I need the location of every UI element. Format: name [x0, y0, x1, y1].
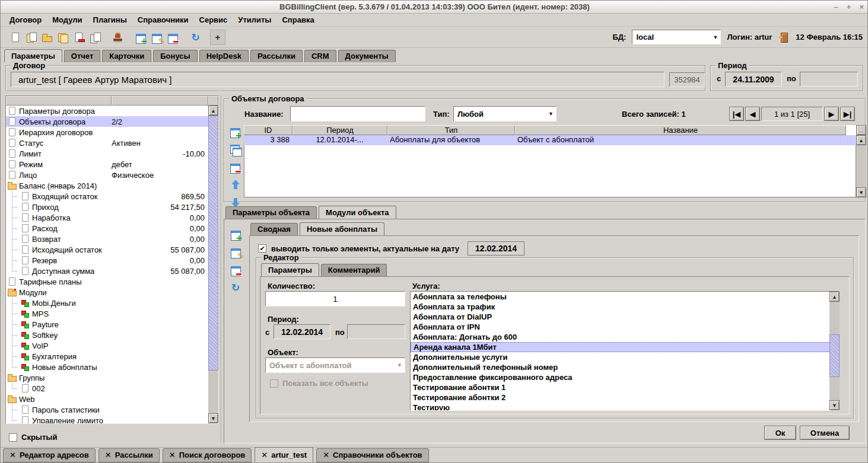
service-item[interactable]: Абонплата от IPN: [411, 322, 839, 332]
tree-item[interactable]: Тарифные планы: [6, 276, 208, 287]
tree-scrollbar[interactable]: ▲ ▼: [208, 106, 218, 423]
tree-item[interactable]: MPS: [6, 308, 208, 319]
tree-item[interactable]: Возврат0,00: [6, 234, 208, 244]
tree-scrollbar-thumb[interactable]: [208, 116, 218, 371]
tree-item[interactable]: Исходящий остаток55 087,00: [6, 244, 208, 255]
object-type-select[interactable]: Любой ▼: [453, 106, 557, 122]
column-header-ID[interactable]: ID: [244, 125, 292, 135]
service-item[interactable]: Тестирую: [411, 403, 839, 411]
new-document-icon-button[interactable]: [7, 29, 23, 45]
tree-header-cell[interactable]: [112, 96, 208, 106]
task-Справочники объектов[interactable]: ✕Справочники объектов: [316, 448, 428, 462]
copy-document-icon-button[interactable]: [23, 29, 39, 45]
tree-item[interactable]: Режимдебет: [6, 159, 208, 170]
service-scrollbar-thumb[interactable]: [829, 334, 840, 377]
tree-item[interactable]: Объекты договора2/2: [6, 116, 208, 127]
tree-item[interactable]: Параметры договора: [6, 106, 208, 116]
pager-prev-button[interactable]: ◀: [745, 107, 760, 121]
tab-Рассылки[interactable]: Рассылки: [250, 50, 303, 62]
refresh-icon-button[interactable]: [229, 281, 243, 294]
editor-from-field[interactable]: 12.02.2014: [274, 324, 330, 339]
tree-item[interactable]: Группы: [6, 372, 208, 383]
service-item[interactable]: Дополнительные услуги: [411, 352, 839, 362]
tree-item[interactable]: ЛицоФизическое: [6, 170, 208, 180]
tree-item[interactable]: Payture: [6, 319, 208, 330]
tree-item[interactable]: VoIP: [6, 340, 208, 351]
actual-date-field[interactable]: 12.02.2014: [468, 241, 524, 256]
service-item[interactable]: Абонплата за трафик: [411, 302, 839, 312]
tab-Параметры[interactable]: Параметры: [4, 49, 62, 62]
hidden-checkbox[interactable]: ✔: [9, 433, 17, 442]
tab-Отчет[interactable]: Отчет: [64, 50, 100, 62]
tree-item[interactable]: Баланс (январь 2014): [6, 180, 208, 191]
service-item[interactable]: Тестирование абонтки 2: [411, 392, 839, 403]
db-select[interactable]: local ▼: [632, 30, 721, 44]
contract-title-field[interactable]: artur_test [ Гареев Артур Маратович ]: [11, 72, 664, 87]
task-Поиск договоров[interactable]: ✕Поиск договоров: [163, 448, 252, 462]
tree-item[interactable]: Пароль статистики: [6, 404, 208, 415]
stamp-icon-button[interactable]: [110, 29, 126, 45]
menu-item[interactable]: Утилиты: [233, 14, 276, 25]
arrow-up-icon-button[interactable]: [228, 178, 243, 191]
refresh-icon-button[interactable]: [188, 29, 204, 45]
tree-item[interactable]: 002: [6, 383, 208, 394]
tree-item[interactable]: Резерв0,00: [6, 255, 208, 266]
table-row[interactable]: 3 38812.01.2014-...Абонплаты для объекто…: [244, 135, 856, 145]
tree-header-cell[interactable]: [6, 96, 112, 106]
task-Рассылки[interactable]: ✕Рассылки: [98, 448, 160, 462]
column-header-Период[interactable]: Период: [292, 125, 387, 135]
service-item[interactable]: Абонплата: Догнать до 600: [411, 332, 839, 342]
scroll-up-icon[interactable]: ▲: [208, 106, 218, 116]
menu-item[interactable]: Сервис: [194, 14, 233, 25]
maximize-button[interactable]: +: [847, 1, 851, 14]
menu-item[interactable]: Плагины: [88, 14, 132, 25]
window-add-icon-button[interactable]: [229, 228, 243, 241]
paste-document-icon-button[interactable]: [87, 29, 103, 45]
ok-button[interactable]: Ок: [764, 426, 796, 440]
more-columns-button[interactable]: ...: [856, 125, 866, 135]
tree-item[interactable]: Mobi.Деньги: [6, 298, 208, 308]
service-list-scrollbar[interactable]: ▲ ▼: [829, 292, 840, 410]
close-button[interactable]: ×: [859, 1, 864, 14]
close-icon[interactable]: ✕: [323, 451, 329, 459]
column-header-Название[interactable]: Название: [515, 125, 846, 135]
minimize-button[interactable]: –: [834, 1, 838, 14]
scroll-up-icon[interactable]: ▲: [829, 292, 840, 302]
window-remove-icon-button[interactable]: [229, 263, 243, 276]
tab-Модули объекта[interactable]: Модули объекта: [319, 206, 396, 219]
quantity-input[interactable]: 1: [265, 291, 405, 306]
tab-Карточки[interactable]: Карточки: [102, 50, 151, 62]
window-add-icon-button[interactable]: [133, 29, 149, 45]
tab-Параметры объекта[interactable]: Параметры объекта: [225, 206, 317, 219]
tree-item[interactable]: Web: [6, 394, 208, 404]
column-header-Тип[interactable]: Тип: [387, 125, 515, 135]
task-Редактор адресов[interactable]: ✕Редактор адресов: [3, 448, 96, 462]
tree-item[interactable]: Расход0,00: [6, 223, 208, 234]
tree-item[interactable]: Softkey: [6, 330, 208, 340]
tree-item[interactable]: Новые абонплаты: [6, 362, 208, 372]
actual-date-checkbox[interactable]: ✔: [258, 244, 266, 253]
period-from-field[interactable]: 24.11.2009: [725, 72, 782, 87]
vertical-splitter[interactable]: [220, 95, 221, 442]
scroll-down-icon[interactable]: ▼: [208, 413, 218, 423]
tab-Документы[interactable]: Документы: [338, 50, 396, 62]
tab-Параметры[interactable]: Параметры: [261, 263, 319, 276]
close-icon[interactable]: ✕: [105, 451, 112, 459]
pager-last-button[interactable]: ▶|: [840, 107, 855, 121]
pager-next-button[interactable]: ▶: [824, 107, 839, 121]
tab-HelpDesk[interactable]: HelpDesk: [199, 50, 249, 62]
close-icon[interactable]: ✕: [9, 451, 16, 459]
add-toolbar-button[interactable]: +: [210, 30, 225, 45]
pager-first-button[interactable]: |◀: [729, 107, 744, 121]
task-artur_test[interactable]: ✕artur_test: [255, 447, 313, 462]
window-add-icon-button[interactable]: [228, 125, 243, 138]
windows-copy-icon-button[interactable]: [228, 143, 243, 156]
service-item[interactable]: Аренда канала 1Мбит: [411, 342, 839, 352]
tree-item[interactable]: Входящий остаток869,50: [6, 191, 208, 202]
tab-Бонусы[interactable]: Бонусы: [153, 50, 197, 62]
remove-document-icon-button[interactable]: [71, 29, 87, 45]
scroll-down-icon[interactable]: ▼: [856, 187, 866, 197]
menu-item[interactable]: Справочники: [132, 14, 194, 25]
menu-item[interactable]: Модули: [47, 14, 87, 25]
close-icon[interactable]: ✕: [169, 451, 176, 459]
